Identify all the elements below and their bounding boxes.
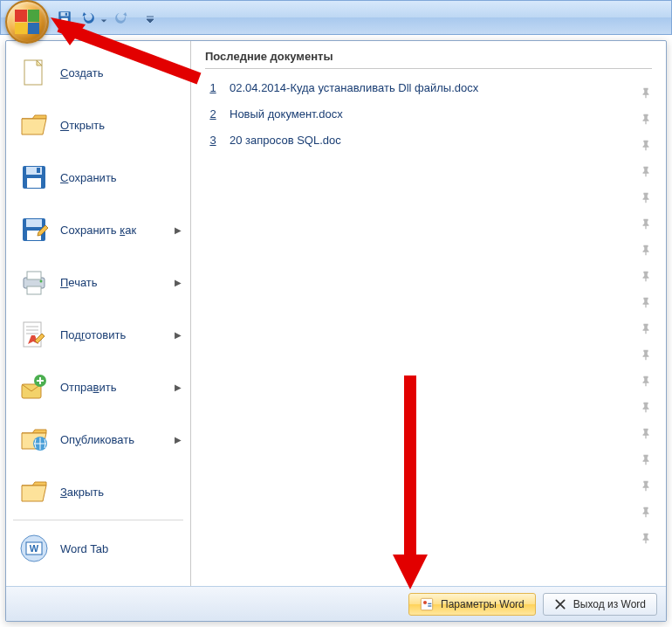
word-options-button[interactable]: Параметры Word xyxy=(408,593,536,616)
pin-icon xyxy=(640,341,652,368)
close-icon xyxy=(554,598,566,610)
pin-icon xyxy=(640,446,652,472)
menu-item-label: Отправить xyxy=(60,381,164,394)
submenu-arrow-icon: ▶ xyxy=(175,435,182,444)
svg-point-42 xyxy=(423,601,427,604)
pin-icon[interactable] xyxy=(640,132,652,158)
publish-icon xyxy=(18,424,50,455)
svg-rect-16 xyxy=(24,322,41,347)
recent-document-row[interactable]: 102.04.2014-Куда устанавливать Dll файлы… xyxy=(205,74,652,100)
prepare-icon xyxy=(18,319,50,350)
recent-doc-number: 3 xyxy=(205,134,221,147)
recent-doc-name: 02.04.2014-Куда устанавливать Dll файлы.… xyxy=(230,81,478,94)
menu-item-label: Опубликовать xyxy=(60,433,164,446)
menu-item-wordtab[interactable]: WWord Tab xyxy=(6,522,190,575)
office-logo-icon xyxy=(15,10,39,34)
pin-icon xyxy=(640,158,652,184)
menu-item-send[interactable]: Отправить▶ xyxy=(6,361,190,413)
recent-document-row[interactable]: 2Новый документ.docx xyxy=(205,100,652,127)
office-menu-body: СоздатьОткрытьСохранитьСохранить как▶Печ… xyxy=(6,41,666,586)
svg-marker-48 xyxy=(393,555,428,589)
menu-item-label: Сохранить xyxy=(60,171,182,184)
office-menu-left-column: СоздатьОткрытьСохранитьСохранить как▶Печ… xyxy=(6,41,191,586)
office-menu-footer: Параметры Word Выход из Word xyxy=(6,586,666,621)
menu-item-label: Сохранить как xyxy=(60,224,164,237)
menu-item-print[interactable]: Печать▶ xyxy=(6,256,190,308)
menu-item-label: Печать xyxy=(60,276,164,289)
word-options-label: Параметры Word xyxy=(441,598,525,610)
open-icon xyxy=(18,109,50,141)
annotation-arrow-top xyxy=(51,17,208,87)
submenu-arrow-icon: ▶ xyxy=(175,225,182,235)
menu-item-publish[interactable]: Опубликовать▶ xyxy=(6,413,190,465)
svg-rect-7 xyxy=(27,178,41,188)
svg-text:W: W xyxy=(30,543,39,554)
print-icon xyxy=(18,266,50,298)
submenu-arrow-icon: ▶ xyxy=(175,330,182,340)
recent-doc-name: Новый документ.docx xyxy=(230,107,343,121)
recent-doc-name: 20 запросов SQL.doc xyxy=(230,134,341,147)
pin-icon xyxy=(640,499,652,525)
exit-word-button[interactable]: Выход из Word xyxy=(543,593,657,616)
recent-documents-list: 102.04.2014-Куда устанавливать Dll файлы… xyxy=(205,74,652,153)
pin-icon xyxy=(640,420,652,446)
pin-icon xyxy=(640,315,652,341)
pin-icon xyxy=(640,237,652,263)
pin-icon xyxy=(640,289,652,315)
svg-rect-14 xyxy=(27,286,41,294)
pin-icon xyxy=(640,394,652,420)
svg-rect-44 xyxy=(428,603,431,603)
menu-item-saveas[interactable]: Сохранить как▶ xyxy=(6,203,190,256)
pin-column xyxy=(640,79,652,551)
submenu-arrow-icon: ▶ xyxy=(175,382,182,392)
svg-point-15 xyxy=(40,280,43,283)
menu-item-open[interactable]: Открыть xyxy=(6,99,190,151)
saveas-icon xyxy=(18,214,50,245)
pin-icon[interactable] xyxy=(640,106,652,132)
svg-rect-3 xyxy=(65,13,67,16)
exit-word-label: Выход из Word xyxy=(573,598,646,610)
send-icon xyxy=(18,371,50,403)
pin-icon xyxy=(640,210,652,237)
wordtab-icon: W xyxy=(18,533,50,564)
pin-icon[interactable] xyxy=(640,79,652,106)
menu-separator xyxy=(13,520,183,520)
svg-rect-43 xyxy=(428,605,431,606)
svg-rect-10 xyxy=(26,219,42,227)
pin-icon xyxy=(640,184,652,210)
save-icon xyxy=(18,162,50,193)
svg-rect-8 xyxy=(37,168,40,173)
office-menu: СоздатьОткрытьСохранитьСохранить как▶Печ… xyxy=(5,40,667,622)
svg-marker-46 xyxy=(51,17,86,45)
menu-item-prepare[interactable]: Подготовить▶ xyxy=(6,308,190,361)
recent-document-row[interactable]: 320 запросов SQL.doc xyxy=(205,127,652,153)
menu-item-close[interactable]: Закрыть xyxy=(6,465,190,518)
close-icon xyxy=(18,476,50,507)
pin-icon xyxy=(640,263,652,289)
recent-doc-number: 2 xyxy=(205,107,221,121)
menu-item-save[interactable]: Сохранить xyxy=(6,151,190,203)
menu-item-label: Подготовить xyxy=(60,328,164,341)
pin-icon xyxy=(640,472,652,499)
svg-line-45 xyxy=(59,26,199,79)
pin-icon xyxy=(640,368,652,394)
svg-rect-1 xyxy=(61,12,69,17)
menu-item-label: Закрыть xyxy=(60,486,182,499)
annotation-arrow-bottom xyxy=(384,376,436,594)
new-icon xyxy=(18,57,50,88)
recent-documents-header: Последние документы xyxy=(205,50,652,69)
options-icon xyxy=(420,597,434,611)
svg-rect-13 xyxy=(27,272,41,279)
office-button[interactable] xyxy=(5,0,49,44)
pin-icon xyxy=(640,525,652,551)
menu-item-label: Открыть xyxy=(60,119,182,132)
menu-item-label: Word Tab xyxy=(60,542,182,555)
submenu-arrow-icon: ▶ xyxy=(175,278,182,287)
